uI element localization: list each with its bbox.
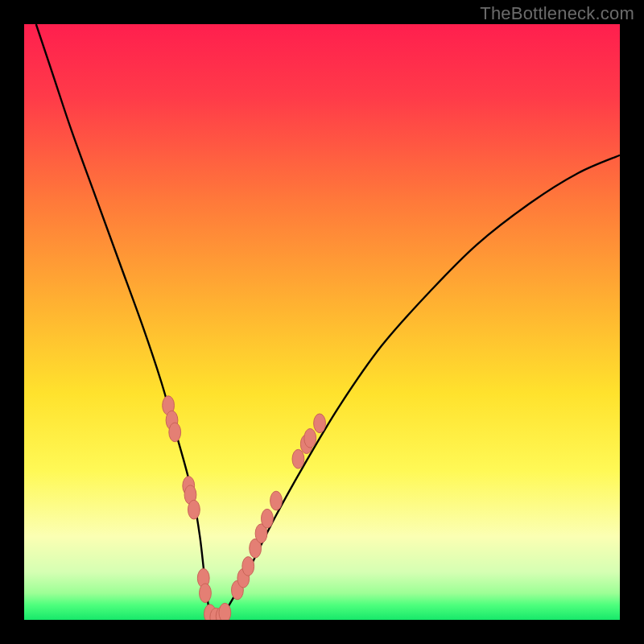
data-marker bbox=[188, 500, 200, 519]
plot-area bbox=[24, 24, 620, 620]
data-marker bbox=[200, 584, 212, 603]
data-marker bbox=[304, 428, 316, 448]
data-marker bbox=[219, 603, 231, 620]
curve-layer bbox=[24, 24, 620, 620]
data-marker bbox=[292, 449, 304, 469]
data-marker bbox=[262, 509, 274, 528]
watermark-text: TheBottleneck.com bbox=[480, 3, 634, 24]
data-marker bbox=[270, 491, 283, 510]
data-marker bbox=[242, 557, 254, 576]
data-marker bbox=[314, 414, 326, 433]
marker-layer bbox=[163, 396, 326, 620]
chart-frame: TheBottleneck.com bbox=[0, 0, 644, 644]
data-marker bbox=[169, 423, 181, 442]
bottleneck-curve bbox=[36, 24, 620, 619]
